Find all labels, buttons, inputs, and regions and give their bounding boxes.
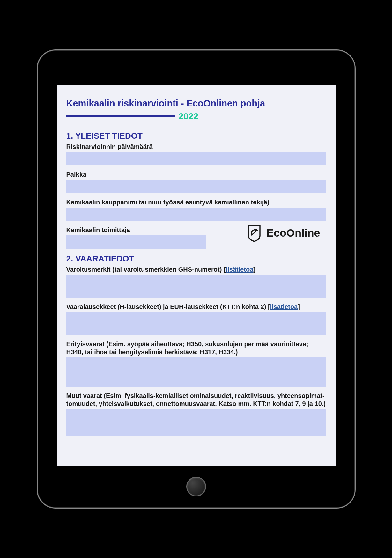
input-special-hazards[interactable]: [66, 357, 326, 387]
input-chemical-name[interactable]: [66, 208, 326, 221]
logo-text: EcoOnline: [266, 227, 320, 239]
field-label-warning-signs: Varoitusmerkit (tai varoitusmerkkien GHS…: [66, 266, 326, 274]
section-heading-hazards: 2. VAARATIEDOT: [66, 254, 326, 264]
title-underline: [66, 115, 175, 117]
field-label-other-hazards: Muut vaarat (Esim. fysikaalis-kemiallise…: [66, 392, 326, 408]
year-label: 2022: [179, 111, 198, 121]
input-date[interactable]: [66, 152, 326, 165]
input-location[interactable]: [66, 180, 326, 193]
tablet-home-button[interactable]: [186, 477, 206, 496]
field-group-chemical-name: Kemikaalin kauppanimi tai muu työssä esi…: [66, 198, 326, 221]
label-prefix: Vaaralausekkeet (H-lausekkeet) ja EUH-la…: [66, 303, 270, 310]
field-group-warning-signs: Varoitusmerkit (tai varoitusmerkkien GHS…: [66, 266, 326, 298]
section-heading-general: 1. YLEISET TIEDOT: [66, 131, 326, 141]
tablet-device-frame: Kemikaalin riskinarviointi - EcoOnlinen …: [37, 49, 356, 509]
field-group-hazard-statements: Vaaralausekkeet (H-lausekkeet) ja EUH-la…: [66, 303, 326, 335]
field-group-other-hazards: Muut vaarat (Esim. fysikaalis-kemiallise…: [66, 392, 326, 436]
field-label-chemical-name: Kemikaalin kauppanimi tai muu työssä esi…: [66, 198, 326, 206]
field-group-location: Paikka: [66, 171, 326, 193]
field-label-location: Paikka: [66, 171, 326, 179]
field-group-supplier: Kemikaalin toimittaja EcoOnline: [66, 226, 326, 249]
link-hazard-statements-info[interactable]: lisätietoa: [270, 303, 298, 310]
field-label-hazard-statements: Vaaralausekkeet (H-lausekkeet) ja EUH-la…: [66, 303, 326, 311]
field-group-date: Riskinarvioinnin päivämäärä: [66, 143, 326, 165]
input-other-hazards[interactable]: [66, 409, 326, 436]
tablet-screen: Kemikaalin riskinarviointi - EcoOnlinen …: [57, 85, 336, 466]
label-prefix: Varoitusmerkit (tai varoitusmerkkien GHS…: [66, 266, 226, 273]
logo-block: EcoOnline: [243, 222, 322, 243]
label-suffix: ]: [253, 266, 255, 273]
label-suffix: ]: [298, 303, 300, 310]
input-warning-signs[interactable]: [66, 275, 326, 298]
page-title: Kemikaalin riskinarviointi - EcoOnlinen …: [66, 98, 326, 109]
field-label-date: Riskinarvioinnin päivämäärä: [66, 143, 326, 151]
input-supplier[interactable]: [66, 235, 207, 249]
svg-point-0: [255, 229, 257, 231]
link-warning-signs-info[interactable]: lisätietoa: [226, 266, 254, 273]
ecoonline-logo-icon: [246, 224, 263, 242]
title-underline-row: 2022: [66, 111, 326, 121]
field-label-special-hazards: Erityisvaarat (Esim. syöpää aiheuttava; …: [66, 340, 326, 356]
input-hazard-statements[interactable]: [66, 312, 326, 335]
field-group-special-hazards: Erityisvaarat (Esim. syöpää aiheuttava; …: [66, 340, 326, 387]
